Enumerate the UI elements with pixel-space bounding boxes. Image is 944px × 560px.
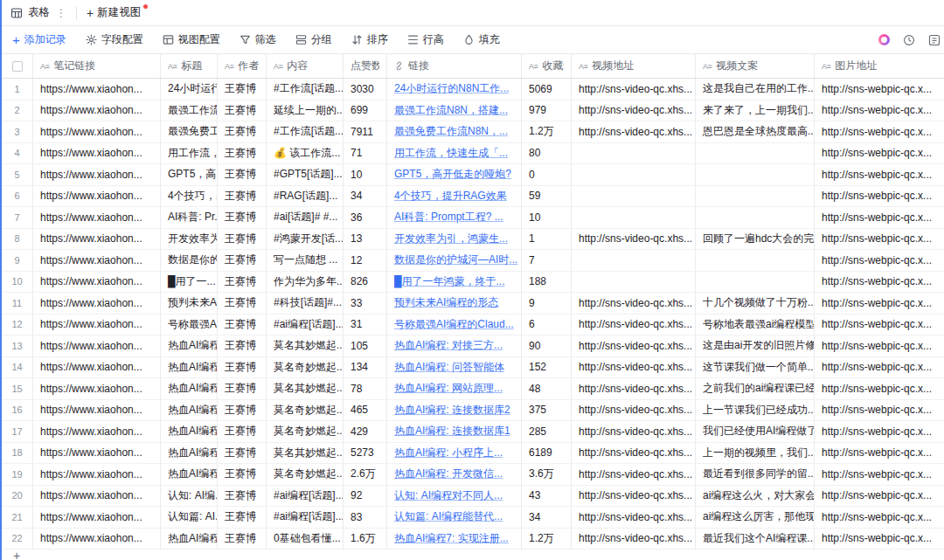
cell-title[interactable]: 热血AI编程... [161,464,218,485]
cell-title[interactable]: 数据是你的... [161,250,218,271]
cell-video_copy[interactable]: 这是由ai开发的旧照片修... [696,335,815,356]
cell-favorites[interactable]: 188 [522,272,572,293]
cell-image_url[interactable]: http://sns-webpic-qc.x... [815,378,944,399]
cell-image_url[interactable]: http://sns-webpic-qc.x... [815,315,944,335]
cell-video_copy[interactable]: 号称地表最强ai编程模型... [696,315,815,335]
cell-video_copy[interactable]: 回顾了一遍hdc大会的完... [696,229,815,250]
cell-content[interactable]: #工作流[话题... [267,121,344,142]
view-config-button[interactable]: 视图配置 [163,32,220,47]
cell-note_link[interactable]: https://www.xiaohon... [33,335,161,356]
cell-favorites[interactable]: 375 [522,400,572,421]
table-row[interactable]: 2https://www.xiaohon...最强工作流...王赛博延续上一期的… [2,100,944,122]
cell-video_copy[interactable]: 恩巴恩是全球热度最高... [696,121,815,142]
cell-content[interactable]: #工作流[话题... [267,79,344,100]
cell-author[interactable]: 王赛博 [218,143,267,164]
cell-note_link[interactable]: https://www.xiaohon... [33,164,161,185]
cell-favorites[interactable]: 10 [522,207,572,228]
cell-content[interactable]: 延续上一期的... [267,100,344,121]
cell-favorites[interactable]: 285 [522,421,572,442]
cell-video_copy[interactable]: 我们已经使用AI编程做了... [696,421,815,442]
cell-video_url[interactable]: http://sns-video-qc.xhs... [572,486,696,507]
filter-button[interactable]: 筛选 [239,32,276,47]
cell-favorites[interactable]: 48 [522,378,572,399]
cell-author[interactable]: 王赛博 [218,79,267,100]
cell-note_link[interactable]: https://www.xiaohon... [33,357,161,378]
cell-image_url[interactable]: http://sns-webpic-qc.x... [815,100,944,121]
cell-video_url[interactable] [572,164,696,185]
cell-link[interactable]: 最强免费工作流N8N，... [387,121,522,142]
cell-title[interactable]: 认知篇: AI... [161,507,218,528]
cell-author[interactable]: 王赛博 [218,229,267,250]
cell-video_copy[interactable]: ai编程这么火，对大家会... [696,486,815,507]
table-row[interactable]: 20https://www.xiaohon...认知: AI编...王赛博#ai… [2,486,944,508]
cell-note_link[interactable]: https://www.xiaohon... [33,421,161,442]
cell-link[interactable]: 认知: AI编程对不同人... [387,486,522,507]
cell-video_copy[interactable]: 上一期的视频里，我们... [696,443,815,464]
cell-author[interactable]: 王赛博 [218,507,267,528]
cell-link[interactable]: 热血AI编程: 开发微信... [387,464,522,485]
cell-video_copy[interactable] [696,272,815,293]
cell-link[interactable]: 号称最强AI编程的Claud... [387,315,522,335]
cell-note_link[interactable]: https://www.xiaohon... [33,79,161,100]
cell-image_url[interactable]: http://sns-webpic-qc.x... [815,357,944,378]
cell-video_url[interactable]: http://sns-video-qc.xhs... [572,229,696,250]
cell-content[interactable]: #ai[话题]# #... [267,207,344,228]
column-header-link[interactable]: 链接 [387,54,522,78]
table-row[interactable]: 18https://www.xiaohon...热血AI编程...王赛博莫名其妙… [2,443,944,465]
cell-link[interactable]: 24小时运行的N8N工作... [387,79,522,100]
cell-content[interactable]: #鸿蒙开发[话... [267,229,344,250]
cell-note_link[interactable]: https://www.xiaohon... [33,250,161,271]
cell-video_copy[interactable]: 十几个视频做了十万粉... [696,293,815,314]
cell-author[interactable]: 王赛博 [218,207,267,228]
column-header-note_link[interactable]: A≡笔记链接 [33,54,161,78]
cell-title[interactable]: 最强免费工... [161,121,218,142]
cell-image_url[interactable]: http://sns-webpic-qc.x... [815,335,944,356]
cell-note_link[interactable]: https://www.xiaohon... [33,529,161,550]
cell-video_url[interactable]: http://sns-video-qc.xhs... [572,100,696,121]
group-button[interactable]: 分组 [295,32,332,47]
cell-author[interactable]: 王赛博 [218,529,267,550]
cell-author[interactable]: 王赛博 [218,378,267,399]
cell-note_link[interactable]: https://www.xiaohon... [33,464,161,485]
cell-content[interactable]: #ai编程[话题]... [267,486,344,507]
column-header-image_url[interactable]: A≡图片地址 [815,54,944,78]
cell-image_url[interactable]: http://sns-webpic-qc.x... [815,207,944,228]
add-record-button[interactable]: + 添加记录 [12,32,66,47]
cell-content[interactable]: #ai编程[话题]... [267,315,344,335]
table-row[interactable]: 22https://www.xiaohon...热血AI编程...王赛博0基础包… [2,529,944,550]
table-row[interactable]: 11https://www.xiaohon...预判未来AI...王赛博#科技[… [2,293,944,315]
cell-author[interactable]: 王赛博 [218,164,267,185]
cell-likes[interactable]: 92 [344,486,387,507]
column-header-favorites[interactable]: A≡收藏数 [522,54,572,78]
sort-button[interactable]: 排序 [351,32,388,47]
cell-favorites[interactable]: 979 [522,100,572,121]
history-clock-icon[interactable] [903,34,915,46]
cell-favorites[interactable]: 7 [522,250,572,271]
cell-likes[interactable]: 78 [344,378,387,399]
cell-likes[interactable]: 1.6万 [344,529,387,550]
cell-title[interactable]: 热血AI编程... [161,378,218,399]
cell-video_copy[interactable] [696,164,815,185]
table-row[interactable]: 8https://www.xiaohon...开发效率为...王赛博#鸿蒙开发[… [2,229,944,251]
cell-favorites[interactable]: 80 [522,143,572,164]
cell-likes[interactable]: 71 [344,143,387,164]
cell-image_url[interactable]: http://sns-webpic-qc.x... [815,400,944,421]
table-tab-menu-icon[interactable]: ⋮ [56,7,66,19]
cell-video_copy[interactable]: 这节课我们做一个简单... [696,357,815,378]
cell-likes[interactable]: 826 [344,272,387,293]
cell-video_url[interactable]: http://sns-video-qc.xhs... [572,443,696,464]
cell-video_url[interactable]: http://sns-video-qc.xhs... [572,79,696,100]
cell-content[interactable]: #ai编程[话题]... [267,507,344,528]
cell-video_url[interactable]: http://sns-video-qc.xhs... [572,421,696,442]
cell-favorites[interactable]: 1.2万 [522,121,572,142]
cell-image_url[interactable]: http://sns-webpic-qc.x... [815,143,944,164]
cell-image_url[interactable]: http://sns-webpic-qc.x... [815,164,944,185]
cell-likes[interactable]: 33 [344,293,387,314]
add-row-bar[interactable]: + [2,550,944,560]
cell-content[interactable]: 莫名其妙燃起... [267,443,344,464]
cell-content[interactable]: 莫名奇妙燃起... [267,357,344,378]
cell-title[interactable]: 热血AI编程... [161,529,218,550]
cell-note_link[interactable]: https://www.xiaohon... [33,100,161,121]
table-row[interactable]: 17https://www.xiaohon...热血AI编程...王赛博莫名奇妙… [2,421,944,443]
cell-video_copy[interactable]: 之前我们的ai编程课已经... [696,378,815,399]
